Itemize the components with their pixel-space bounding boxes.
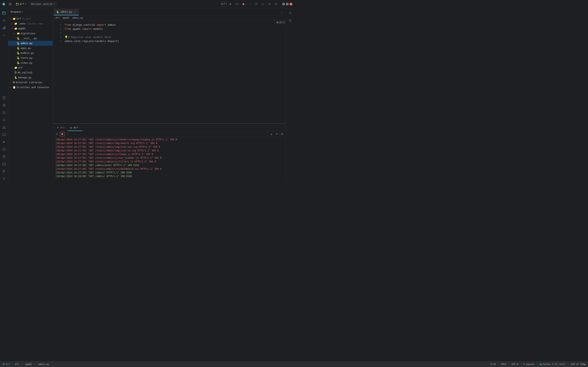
tree-item-drf-root[interactable]: ▼ 📁 drf E:\drf — [8, 16, 53, 21]
sidebar-more-icon[interactable]: ⋯ — [1, 32, 7, 38]
settings-button[interactable] — [273, 1, 279, 7]
sidebar-todo-icon[interactable] — [1, 161, 7, 167]
tree-item-views[interactable]: ▶ 🐍 views.py — [8, 60, 53, 65]
sidebar-bookmarks-icon[interactable] — [1, 95, 7, 101]
tab-close-admin-py[interactable]: ✕ — [74, 10, 76, 13]
tree-item-admin[interactable]: ▶ 🐍 admin.py — [8, 41, 53, 46]
bookmarks-right-icon[interactable] — [287, 17, 293, 24]
bottom-tab-drf[interactable]: dj drf ✕ — [68, 125, 83, 131]
svg-point-45 — [3, 170, 4, 171]
project-selector[interactable]: drf ▼ — [15, 2, 27, 6]
sidebar-terminal-icon[interactable] — [1, 131, 7, 138]
more-run-actions[interactable]: ⋯ — [65, 132, 70, 136]
tree-arrow-ext-libs: ▶ — [10, 82, 12, 83]
tab-admin-py[interactable]: 🐍 admin.py ✕ — [54, 9, 79, 15]
tree-item-migrations[interactable]: ▶ 📁 migrations — [8, 31, 53, 36]
code-editor[interactable]: 1 2 3 4 5 from django.contrib import adm… — [53, 20, 286, 123]
scroll-down-button[interactable]: ▼ — [274, 132, 279, 136]
sidebar-project-icon[interactable] — [1, 10, 7, 16]
scroll-up-button[interactable]: ▲ — [269, 132, 273, 136]
breadcrumb-sep1: › — [60, 17, 62, 19]
breadcrumb-drf[interactable]: drf — [56, 17, 60, 19]
console-line-3: [28/Apr/2024 16:27:56] "GET /static/admi… — [56, 145, 283, 149]
sidebar-analytics-icon[interactable] — [1, 25, 7, 31]
top-main: Project ▼ ▼ 📁 drf E:\drf ▶ 📁 .venv libra… — [8, 8, 294, 184]
editor-right-gutter: ● ⚠ 1 ∧ ∨ — [282, 20, 286, 123]
svg-rect-3 — [9, 4, 12, 4]
sidebar-problems-icon[interactable] — [1, 124, 7, 131]
run-button[interactable] — [227, 1, 233, 7]
python-icon-tests: 🐍 — [17, 57, 20, 59]
sidebar-commit-icon[interactable] — [1, 17, 7, 24]
tree-item-init[interactable]: ▶ 🐍 __init__.py — [8, 36, 53, 41]
tree-item-scratches[interactable]: ▶ 📋 Scratches and Consoles — [8, 85, 53, 90]
add-user-button[interactable] — [254, 1, 259, 7]
rerun-button[interactable] — [55, 132, 59, 136]
close-button[interactable] — [290, 3, 292, 6]
breadcrumb-app01[interactable]: app01 — [63, 17, 69, 19]
tree-item-tests[interactable]: ▶ 🐍 tests.py — [8, 56, 53, 60]
window-controls — [282, 3, 292, 6]
wrap-output-button[interactable] — [280, 132, 284, 136]
minimize-button[interactable] — [282, 3, 285, 6]
svg-marker-40 — [3, 141, 5, 143]
line-numbers: 1 2 3 4 5 — [53, 20, 63, 123]
sidebar-settings-bottom-icon[interactable] — [1, 175, 7, 182]
stop-button[interactable] — [240, 1, 246, 7]
sidebar-delete-icon[interactable] — [1, 153, 7, 160]
bottom-tab-run[interactable]: Run — [55, 125, 67, 131]
search-everywhere-button[interactable] — [267, 1, 272, 7]
bottom-tab-bar: Run dj drf ✕ — [53, 124, 286, 131]
tree-item-venv[interactable]: ▶ 📁 .venv library root — [8, 21, 53, 26]
notifications-icon[interactable] — [287, 10, 293, 16]
sidebar-run-icon[interactable] — [1, 139, 7, 145]
sidebar-inspect-icon[interactable] — [1, 109, 7, 116]
tree-item-models[interactable]: ▶ 🐍 models.py — [8, 50, 53, 56]
console-line-4: [28/Apr/2024 16:27:56] "GET /static/admi… — [56, 149, 283, 152]
tree-label-manage: manage.py — [18, 76, 31, 79]
file-tree[interactable]: ▼ 📁 drf E:\drf ▶ 📁 .venv library root ▼ … — [8, 16, 53, 184]
sidebar-python-packages-icon[interactable] — [1, 146, 7, 153]
tree-item-manage[interactable]: ▶ 🐍 manage.py — [8, 75, 53, 80]
tree-item-db[interactable]: ▶ 🗄 db.sqlite3 — [8, 70, 53, 75]
code-content[interactable]: from django.contrib import admin from ap… — [63, 20, 282, 123]
editor-content: 🐍 admin.py ✕ ⋯ drf › app01 › admin.py — [53, 8, 286, 123]
project-panel: Project ▼ ▼ 📁 drf E:\drf ▶ 📁 .venv libra… — [8, 8, 53, 184]
breadcrumb-admin[interactable]: admin.py — [72, 17, 83, 19]
svg-rect-26 — [3, 28, 3, 29]
tree-arrow-drf: ▼ — [10, 18, 12, 20]
bottom-tab-close-drf[interactable]: ✕ — [79, 127, 80, 129]
svg-point-49 — [3, 178, 4, 179]
svg-point-13 — [256, 3, 257, 4]
python-icon-init: 🐍 — [17, 37, 20, 40]
svg-text:文: 文 — [263, 3, 264, 5]
more-actions-button[interactable]: ⋯ — [247, 1, 253, 7]
maximize-button[interactable] — [286, 3, 289, 6]
translate-button[interactable]: A文 — [260, 1, 266, 7]
sidebar-branches-icon[interactable] — [1, 168, 7, 175]
sidebar-notification-icon[interactable] — [1, 117, 7, 123]
svg-rect-41 — [3, 148, 5, 150]
hamburger-menu[interactable] — [7, 1, 13, 7]
db-icon: 🗄 — [14, 71, 17, 74]
recent-files-button[interactable]: ⋯ — [279, 10, 284, 15]
drf-run-indicator[interactable]: dj drf ▼ — [221, 2, 227, 7]
vcs-selector[interactable]: Version control ▼ — [29, 2, 57, 6]
stop-run-button[interactable] — [60, 132, 65, 136]
tab-label-admin-py: admin.py — [60, 10, 72, 13]
svg-rect-6 — [16, 3, 17, 4]
sidebar-history-icon[interactable] — [1, 102, 7, 108]
code-line-1: from django.contrib import admin — [65, 23, 282, 27]
notification-bell[interactable] — [234, 1, 240, 7]
tree-label-apps: apps.py — [21, 47, 31, 50]
tree-item-app01[interactable]: ▼ 📁 app01 — [8, 26, 53, 31]
tree-label-ext-libs: External Libraries — [16, 81, 43, 84]
tree-label-venv: .venv — [18, 22, 26, 25]
tab-bar-actions: ⋯ — [279, 10, 286, 15]
tree-item-drf-sub[interactable]: ▶ 📁 drf — [8, 65, 53, 70]
console-line-7: [28/Apr/2024 16:27:56] "GET /static/admi… — [56, 160, 283, 163]
svg-point-47 — [4, 170, 5, 171]
tree-item-apps[interactable]: ▶ 🐍 apps.py — [8, 46, 53, 50]
tree-item-ext-libs[interactable]: ▶ 🏛 External Libraries — [8, 80, 53, 85]
console-line-10: [28/Apr/2024 16:27:59] "GET /admin/ HTTP… — [56, 171, 283, 175]
